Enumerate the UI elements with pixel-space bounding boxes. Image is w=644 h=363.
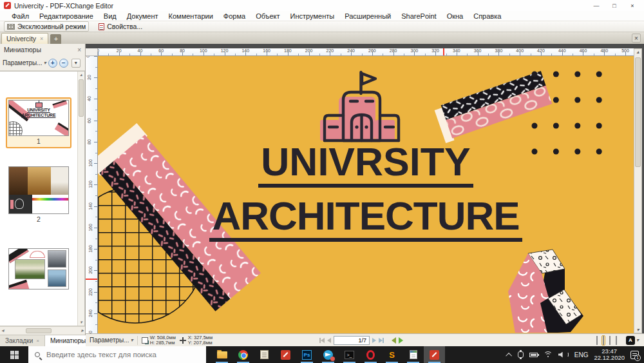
first-page-button[interactable] bbox=[319, 338, 325, 343]
taskbar-explorer[interactable] bbox=[211, 346, 232, 363]
properties-icon bbox=[99, 23, 104, 30]
new-tab-button[interactable] bbox=[50, 34, 61, 44]
tab-bookmarks[interactable]: Закладки bbox=[0, 335, 44, 346]
thumbnails-hscrollbar[interactable] bbox=[0, 326, 85, 335]
reader-mode-button[interactable]: A bbox=[626, 336, 639, 345]
thumbnail-page-3[interactable] bbox=[6, 248, 71, 289]
exclusive-mode-button[interactable]: Эксклюзивный режим bbox=[4, 21, 89, 32]
previous-page-button[interactable] bbox=[327, 338, 331, 343]
page-number-input[interactable] bbox=[334, 336, 370, 345]
taskbar-pdf-xchange[interactable] bbox=[275, 346, 296, 363]
battery-icon[interactable] bbox=[529, 353, 538, 357]
statusbar-params-dropdown[interactable]: Параметры... bbox=[90, 337, 133, 344]
titlebar: Univercity - PDF-XChange Editor bbox=[0, 0, 644, 11]
last-page-button[interactable] bbox=[379, 338, 384, 343]
photoshop-icon: Ps bbox=[302, 350, 312, 360]
menu-item-9[interactable]: Расширенный bbox=[339, 12, 396, 20]
previous-view-button[interactable] bbox=[392, 337, 396, 344]
menu-item-12[interactable]: Справка bbox=[468, 12, 506, 20]
close-button[interactable] bbox=[623, 1, 641, 11]
taskbar-search[interactable] bbox=[28, 346, 206, 363]
menu-item-7[interactable]: Объект bbox=[251, 12, 285, 20]
exclusive-mode-icon bbox=[7, 24, 15, 30]
thumbnails-params-dropdown[interactable]: Параметры... bbox=[3, 59, 46, 66]
windows-logo-icon bbox=[10, 351, 19, 359]
menu-item-5[interactable]: Комментарии bbox=[164, 12, 218, 20]
continuous-view-button[interactable] bbox=[601, 335, 605, 346]
menu-item-3[interactable]: Вид bbox=[99, 12, 122, 20]
slide-page: UNIVRSITY ARCHITECTURE bbox=[98, 56, 634, 333]
taskbar-terminal[interactable]: >_ bbox=[339, 346, 360, 363]
menu-item-8[interactable]: Инструменты bbox=[285, 12, 340, 20]
cursor-position-icon bbox=[180, 337, 186, 344]
thumbnails-options-button[interactable] bbox=[71, 59, 80, 68]
clock[interactable]: 23:47 22.12.2020 bbox=[594, 348, 625, 362]
menu-item-4[interactable]: Документ bbox=[122, 12, 164, 20]
menu-item-10[interactable]: SharePoint bbox=[396, 12, 441, 20]
window-title: Univercity - PDF-XChange Editor bbox=[14, 2, 113, 10]
taskbar-apps: Ps >_ S bbox=[211, 346, 445, 363]
notification-center-icon[interactable]: 1 bbox=[630, 351, 639, 359]
watch-icon[interactable] bbox=[518, 351, 524, 358]
page-size-icon bbox=[142, 337, 148, 344]
opera-icon bbox=[366, 350, 375, 360]
thumbnails-panel: Миниатюры Параметры... bbox=[0, 44, 86, 346]
hidden-icons-chevron-icon[interactable] bbox=[506, 352, 512, 358]
ruler-corner bbox=[86, 48, 98, 56]
zoom-out-thumbnails-button[interactable] bbox=[59, 59, 68, 68]
tabbar-close-button[interactable] bbox=[632, 34, 641, 43]
pdf-xchange-editor-window: Univercity - PDF-XChange Editor ФайлРеда… bbox=[0, 0, 644, 363]
taskbar-pdf-xchange-editor-active[interactable] bbox=[424, 346, 445, 363]
search-icon bbox=[35, 352, 40, 357]
cursor-position-indicator: X: 327,5мм Y: 207,8мм bbox=[180, 335, 213, 346]
document-tab-univercity[interactable]: Univercity bbox=[1, 33, 48, 44]
next-view-button[interactable] bbox=[399, 337, 403, 344]
next-page-button[interactable] bbox=[372, 338, 376, 343]
single-page-view-button[interactable] bbox=[595, 335, 599, 346]
menu-item-6[interactable]: Форма bbox=[218, 12, 251, 20]
pdf-xchange-icon bbox=[281, 350, 290, 360]
taskbar-notes[interactable] bbox=[254, 346, 275, 363]
panel-close-icon[interactable] bbox=[77, 46, 81, 54]
menu-item-2[interactable]: Редактирование bbox=[34, 12, 99, 20]
properties-button[interactable]: Свойства... bbox=[95, 21, 146, 32]
wifi-icon[interactable] bbox=[544, 351, 553, 358]
taskbar-wordpad[interactable] bbox=[402, 346, 424, 363]
scroll-up-icon[interactable] bbox=[634, 49, 641, 55]
scroll-up-icon[interactable] bbox=[78, 72, 84, 77]
taskbar-photoshop[interactable]: Ps bbox=[296, 346, 317, 363]
search-input[interactable] bbox=[45, 350, 193, 359]
taskbar-sublime[interactable]: S bbox=[381, 346, 402, 363]
notification-badge: 1 bbox=[634, 355, 641, 361]
menubar: ФайлРедактированиеВидДокументКомментарии… bbox=[0, 11, 644, 21]
canvas-vertical-scrollbar[interactable] bbox=[634, 48, 642, 333]
panel-bottom-tabs: Закладки Миниатюры bbox=[0, 335, 85, 346]
page-navigation bbox=[319, 336, 403, 345]
document-tabbar: Univercity bbox=[0, 32, 644, 44]
volume-icon[interactable] bbox=[558, 352, 569, 358]
thumbnail-page-2[interactable]: 2 bbox=[6, 166, 71, 225]
scroll-down-icon[interactable] bbox=[634, 327, 641, 333]
tab-close-icon[interactable] bbox=[40, 35, 43, 42]
minimize-button[interactable] bbox=[587, 1, 605, 11]
taskbar-chrome[interactable] bbox=[232, 346, 254, 363]
chrome-icon bbox=[238, 350, 248, 360]
taskbar-opera[interactable] bbox=[360, 346, 381, 363]
taskbar-telegram[interactable] bbox=[317, 346, 339, 363]
menu-item-11[interactable]: Окна bbox=[442, 12, 469, 20]
scroll-down-icon[interactable] bbox=[78, 320, 84, 325]
two-page-view-button[interactable] bbox=[608, 335, 612, 346]
multi-page-view-button[interactable] bbox=[614, 335, 618, 346]
panel-title: Миниатюры bbox=[4, 46, 41, 54]
pdf-xchange-logo-icon bbox=[4, 2, 11, 9]
wordpad-icon bbox=[410, 350, 417, 359]
thumbnails-scrollbar[interactable] bbox=[77, 72, 84, 326]
maximize-button[interactable] bbox=[605, 1, 623, 11]
chevron-down-icon bbox=[44, 60, 46, 66]
start-button[interactable] bbox=[0, 346, 28, 363]
menu-item-1[interactable]: Файл bbox=[6, 12, 34, 20]
thumbnail-page-1[interactable]: UNIVRSITY ARCHITECTURE 1 bbox=[6, 97, 71, 148]
slide-title: UNIVRSITY ARCHITECTURE bbox=[98, 142, 634, 242]
language-indicator[interactable]: ENG bbox=[574, 351, 589, 358]
zoom-in-thumbnails-button[interactable] bbox=[48, 59, 57, 68]
